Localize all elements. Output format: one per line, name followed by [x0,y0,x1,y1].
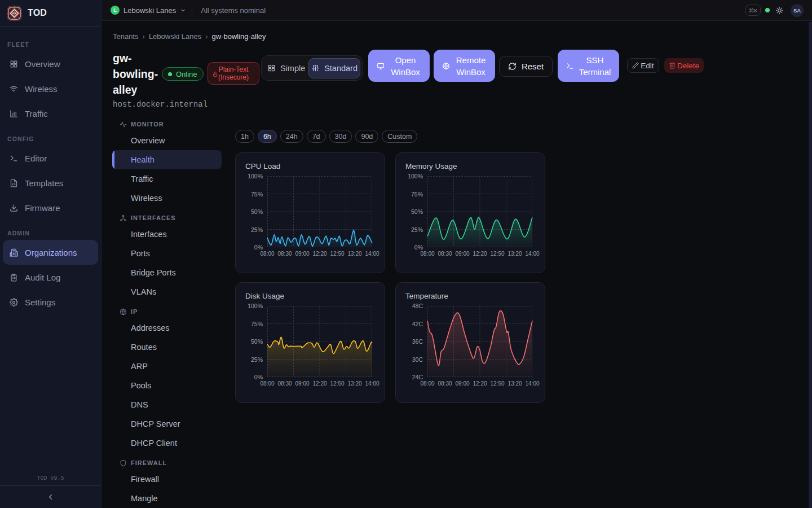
svg-text:12:50: 12:50 [330,380,344,387]
svg-text:08:30: 08:30 [438,251,452,257]
svg-text:25%: 25% [411,226,423,233]
svg-text:30C: 30C [412,356,423,363]
svg-text:0%: 0% [414,244,423,251]
svg-text:13:20: 13:20 [508,380,522,387]
svg-text:0%: 0% [254,374,263,380]
svg-text:25%: 25% [251,226,263,233]
svg-text:13:20: 13:20 [347,251,361,257]
svg-text:75%: 75% [251,321,263,327]
svg-text:12:50: 12:50 [330,251,344,257]
svg-text:08:00: 08:00 [260,251,274,257]
svg-text:13:20: 13:20 [508,251,522,257]
svg-text:75%: 75% [251,191,263,198]
svg-text:08:30: 08:30 [438,380,452,387]
svg-text:09:00: 09:00 [295,380,309,387]
svg-text:12:20: 12:20 [473,380,487,387]
svg-text:42C: 42C [412,321,423,327]
svg-text:08:30: 08:30 [277,380,292,387]
svg-text:13:20: 13:20 [347,380,361,387]
svg-text:12:50: 12:50 [490,380,504,387]
svg-text:12:20: 12:20 [312,380,326,387]
svg-text:12:50: 12:50 [490,251,504,257]
svg-text:50%: 50% [411,208,423,215]
svg-text:0%: 0% [254,244,263,251]
svg-text:100%: 100% [408,173,423,179]
svg-text:08:00: 08:00 [420,251,434,257]
svg-text:08:00: 08:00 [260,380,274,387]
svg-text:50%: 50% [251,338,263,345]
svg-text:14:00: 14:00 [525,251,539,257]
svg-text:75%: 75% [411,191,423,198]
svg-text:50%: 50% [251,208,263,215]
svg-text:14:00: 14:00 [525,380,539,387]
svg-text:09:00: 09:00 [295,251,309,257]
svg-text:24C: 24C [412,374,423,380]
svg-text:12:20: 12:20 [473,251,487,257]
svg-text:48C: 48C [412,303,423,309]
svg-text:100%: 100% [248,173,263,179]
svg-text:08:30: 08:30 [277,251,292,257]
svg-text:100%: 100% [248,303,263,309]
svg-text:12:20: 12:20 [312,251,326,257]
svg-text:14:00: 14:00 [365,251,379,257]
svg-text:36C: 36C [412,338,423,345]
svg-text:25%: 25% [251,356,263,363]
svg-text:08:00: 08:00 [420,380,434,387]
svg-text:09:00: 09:00 [455,380,469,387]
svg-text:09:00: 09:00 [455,251,469,257]
svg-text:14:00: 14:00 [365,380,379,387]
